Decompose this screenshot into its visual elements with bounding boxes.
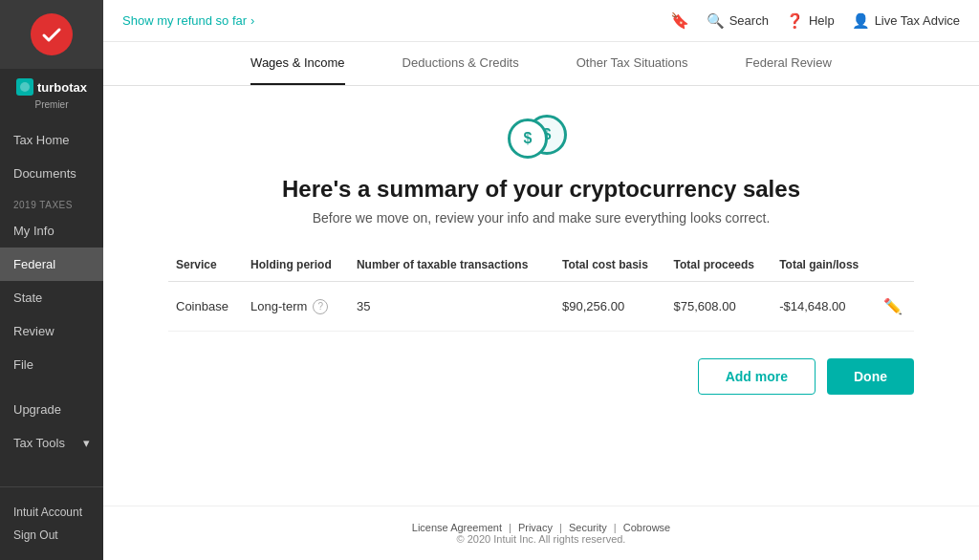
page-content: $ $ Here's a summary of your cryptocurre… — [103, 86, 979, 506]
chevron-right-icon: › — [250, 13, 254, 28]
col-gain-loss: Total gain/loss — [772, 248, 876, 282]
sidebar-footer: Intuit Account Sign Out — [0, 486, 103, 560]
footer-cobrowse[interactable]: Cobrowse — [623, 522, 671, 533]
cell-gain-loss: -$14,648.00 — [772, 282, 876, 332]
done-button[interactable]: Done — [827, 358, 914, 395]
cell-proceeds: $75,608.00 — [666, 282, 772, 332]
sidebar-item-upgrade[interactable]: Upgrade — [0, 393, 103, 426]
sidebar-item-state[interactable]: State — [0, 281, 103, 314]
refund-link[interactable]: Show my refund so far › — [122, 13, 254, 28]
turbotax-logo-text: turbotax — [0, 69, 103, 99]
col-holding-period: Holding period — [243, 248, 349, 282]
help-label: Help — [809, 13, 835, 28]
page-subtitle: Before we move on, review your info and … — [313, 210, 771, 226]
crypto-sales-table: Service Holding period Number of taxable… — [168, 248, 914, 332]
tab-federal-review[interactable]: Federal Review — [746, 42, 832, 85]
footer-privacy[interactable]: Privacy — [518, 522, 553, 533]
tt-svg — [19, 81, 31, 93]
col-cost-basis: Total cost basis — [555, 248, 666, 282]
cell-edit: ✏️ — [876, 282, 914, 332]
col-proceeds: Total proceeds — [666, 248, 772, 282]
crypto-icon-area: $ $ — [508, 115, 575, 162]
sidebar-item-file[interactable]: File — [0, 348, 103, 381]
search-icon: 🔍 — [707, 12, 725, 30]
page-footer: License Agreement | Privacy | Security |… — [103, 506, 979, 560]
help-button[interactable]: ❓ Help — [786, 12, 835, 30]
sidebar-item-review[interactable]: Review — [0, 314, 103, 348]
search-button[interactable]: 🔍 Search — [707, 12, 769, 30]
main-content: Show my refund so far › 🔖 🔍 Search ❓ Hel… — [103, 0, 979, 560]
tab-bar: Wages & Income Deductions & Credits Othe… — [103, 42, 979, 86]
cell-service: Coinbase — [168, 282, 243, 332]
coin-stack-icon: $ $ — [508, 115, 575, 162]
add-more-button[interactable]: Add more — [698, 358, 816, 395]
logo-area — [0, 0, 103, 69]
tab-deductions-credits[interactable]: Deductions & Credits — [402, 42, 519, 85]
edit-icon[interactable]: ✏️ — [883, 298, 903, 314]
svg-point-0 — [20, 82, 30, 92]
sidebar: turbotax Premier Tax Home Documents 2019… — [0, 0, 103, 560]
page-title: Here's a summary of your cryptocurrency … — [282, 176, 800, 203]
sidebar-item-my-info[interactable]: My Info — [0, 214, 103, 248]
section-label-2019: 2019 TAXES — [0, 190, 103, 214]
footer-license[interactable]: License Agreement — [412, 522, 502, 533]
topbar-left: Show my refund so far › — [122, 13, 254, 28]
chevron-down-icon: ▾ — [83, 436, 90, 450]
search-label: Search — [729, 13, 769, 28]
help-icon: ❓ — [786, 12, 804, 30]
checkmark-logo — [31, 13, 73, 55]
footer-security[interactable]: Security — [569, 522, 607, 533]
sidebar-navigation: Tax Home Documents 2019 TAXES My Info Fe… — [0, 116, 103, 486]
sidebar-item-federal[interactable]: Federal — [0, 248, 103, 281]
brand-name: turbotax — [37, 80, 87, 95]
checkmark-icon — [40, 23, 63, 46]
live-tax-label: Live Tax Advice — [875, 13, 960, 28]
footer-copyright: © 2020 Intuit Inc. All rights reserved. — [119, 533, 964, 545]
person-icon: 👤 — [852, 12, 870, 30]
tier-label: Premier — [0, 99, 103, 116]
refund-link-text: Show my refund so far — [122, 13, 247, 28]
tt-icon — [16, 78, 33, 96]
sign-out-link[interactable]: Sign Out — [13, 524, 90, 547]
holding-period-help[interactable]: ? — [313, 299, 328, 314]
coin-main: $ — [508, 118, 548, 159]
col-service: Service — [168, 248, 243, 282]
cell-cost-basis: $90,256.00 — [555, 282, 666, 332]
table-row: Coinbase Long-term ? 35 $90,256.00 $75,6… — [168, 282, 914, 332]
sidebar-item-tax-tools[interactable]: Tax Tools ▾ — [0, 426, 103, 460]
cell-transactions: 35 — [349, 282, 555, 332]
col-actions — [876, 248, 914, 282]
sidebar-item-documents[interactable]: Documents — [0, 157, 103, 190]
topbar-right: 🔖 🔍 Search ❓ Help 👤 Live Tax Advice — [670, 11, 960, 30]
col-transactions: Number of taxable transactions — [349, 248, 555, 282]
intuit-account-link[interactable]: Intuit Account — [13, 501, 90, 524]
sidebar-item-tax-home[interactable]: Tax Home — [0, 123, 103, 157]
cell-holding-period: Long-term ? — [243, 282, 349, 332]
tab-wages-income[interactable]: Wages & Income — [250, 42, 345, 85]
footer-links: License Agreement | Privacy | Security |… — [119, 522, 964, 533]
crypto-sales-table-container: Service Holding period Number of taxable… — [168, 248, 914, 332]
tab-other-tax[interactable]: Other Tax Situations — [577, 42, 688, 85]
live-tax-button[interactable]: 👤 Live Tax Advice — [852, 12, 960, 30]
topbar: Show my refund so far › 🔖 🔍 Search ❓ Hel… — [103, 0, 979, 42]
action-buttons: Add more Done — [168, 358, 914, 395]
bookmark-icon[interactable]: 🔖 — [670, 11, 689, 30]
